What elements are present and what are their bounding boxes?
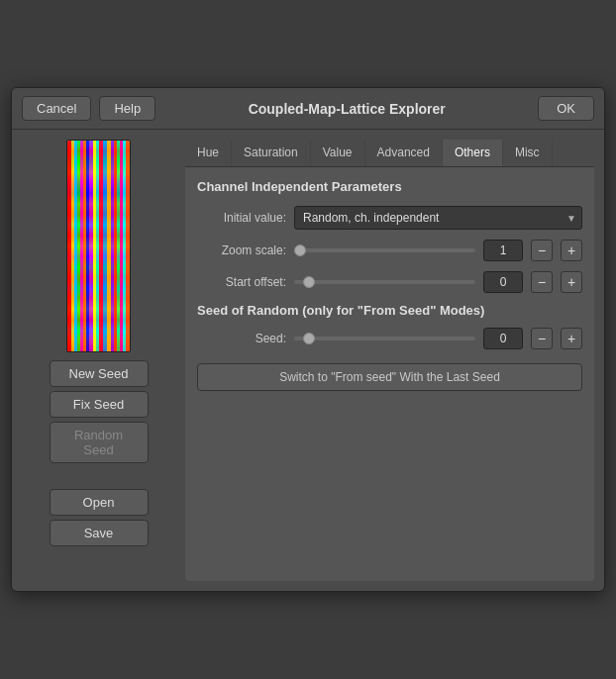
zoom-scale-slider-container bbox=[294, 248, 475, 252]
seed-row: Seed: 0 − + bbox=[197, 328, 582, 349]
fix-seed-button[interactable]: Fix Seed bbox=[50, 391, 149, 418]
seed-input[interactable]: 0 bbox=[483, 328, 523, 349]
help-button[interactable]: Help bbox=[99, 96, 155, 121]
start-offset-row: Start offset: 0 − + bbox=[197, 271, 582, 293]
titlebar: Cancel Help Coupled-Map-Lattice Explorer… bbox=[12, 88, 604, 130]
file-buttons: Open Save bbox=[22, 489, 175, 546]
tab-saturation[interactable]: Saturation bbox=[232, 140, 311, 166]
start-offset-label: Start offset: bbox=[197, 275, 286, 289]
random-seed-button[interactable]: Random Seed bbox=[50, 422, 149, 463]
new-seed-button[interactable]: New Seed bbox=[50, 360, 149, 387]
cancel-button[interactable]: Cancel bbox=[22, 96, 91, 121]
channel-params-title: Channel Independent Parameters bbox=[197, 179, 582, 194]
zoom-scale-slider[interactable] bbox=[294, 248, 475, 252]
initial-value-label: Initial value: bbox=[197, 211, 286, 225]
seed-slider-container bbox=[294, 337, 475, 340]
preview-image bbox=[66, 140, 131, 352]
initial-value-row: Initial value: Random, ch. independent F… bbox=[197, 206, 582, 230]
zoom-scale-input[interactable]: 1 bbox=[483, 240, 523, 261]
zoom-scale-minus-button[interactable]: − bbox=[531, 240, 553, 261]
zoom-scale-row: Zoom scale: 1 − + bbox=[197, 240, 582, 261]
right-panel: Hue Saturation Value Advanced Others Mis… bbox=[185, 140, 594, 581]
seed-plus-button[interactable]: + bbox=[561, 328, 582, 349]
start-offset-plus-button[interactable]: + bbox=[561, 271, 582, 293]
zoom-scale-label: Zoom scale: bbox=[197, 243, 286, 257]
tab-advanced[interactable]: Advanced bbox=[365, 140, 443, 166]
zoom-scale-plus-button[interactable]: + bbox=[561, 240, 582, 261]
seed-buttons: New Seed Fix Seed Random Seed bbox=[22, 360, 175, 463]
ok-button[interactable]: OK bbox=[538, 96, 594, 121]
tab-content: Channel Independent Parameters Initial v… bbox=[185, 167, 594, 581]
left-panel: New Seed Fix Seed Random Seed Open Save bbox=[22, 140, 175, 581]
main-window: Cancel Help Coupled-Map-Lattice Explorer… bbox=[11, 87, 605, 592]
open-button[interactable]: Open bbox=[50, 489, 149, 516]
window-title: Coupled-Map-Lattice Explorer bbox=[163, 101, 530, 117]
seed-label: Seed: bbox=[197, 332, 286, 345]
bottom-space bbox=[197, 391, 582, 569]
initial-value-dropdown[interactable]: Random, ch. independent From Seed Fixed … bbox=[294, 206, 582, 230]
tab-misc[interactable]: Misc bbox=[503, 140, 553, 166]
seed-section-title: Seed of Random (only for "From Seed" Mod… bbox=[197, 303, 582, 318]
main-content: New Seed Fix Seed Random Seed Open Save … bbox=[12, 130, 604, 591]
tabs: Hue Saturation Value Advanced Others Mis… bbox=[185, 140, 594, 167]
switch-from-seed-button[interactable]: Switch to "From seed" With the Last Seed bbox=[197, 363, 582, 391]
tab-hue[interactable]: Hue bbox=[185, 140, 232, 166]
start-offset-slider-container bbox=[294, 280, 475, 284]
start-offset-input[interactable]: 0 bbox=[483, 271, 523, 293]
tab-value[interactable]: Value bbox=[311, 140, 365, 166]
preview-stripes bbox=[67, 141, 130, 351]
initial-value-dropdown-container: Random, ch. independent From Seed Fixed … bbox=[294, 206, 582, 230]
start-offset-minus-button[interactable]: − bbox=[531, 271, 553, 293]
seed-section: Seed of Random (only for "From Seed" Mod… bbox=[197, 303, 582, 391]
seed-slider[interactable] bbox=[294, 337, 475, 340]
save-button[interactable]: Save bbox=[50, 520, 149, 546]
tab-others[interactable]: Others bbox=[443, 140, 503, 166]
seed-minus-button[interactable]: − bbox=[531, 328, 553, 349]
start-offset-slider[interactable] bbox=[294, 280, 475, 284]
